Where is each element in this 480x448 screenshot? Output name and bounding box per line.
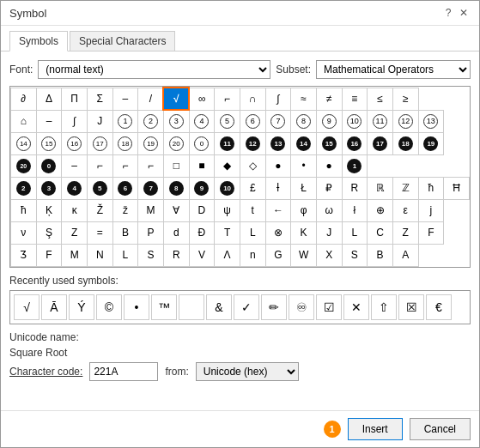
symbol-cell[interactable]: C — [368, 221, 393, 244]
tab-special-characters[interactable]: Special Characters — [70, 31, 175, 51]
symbol-cell[interactable]: φ — [291, 199, 317, 221]
recent-cell[interactable]: ✓ — [234, 294, 259, 320]
symbol-cell[interactable]: ● — [265, 154, 291, 177]
symbol-cell[interactable]: ⌐ — [215, 88, 240, 110]
symbol-cell[interactable]: ≠ — [316, 88, 342, 110]
symbol-cell[interactable]: ⌂ — [11, 110, 37, 132]
symbol-cell[interactable]: 4 — [62, 177, 88, 199]
symbol-cell[interactable]: Ž — [87, 199, 112, 221]
symbol-cell[interactable]: Ş — [36, 221, 62, 244]
symbol-cell[interactable]: L — [342, 221, 368, 244]
symbol-cell[interactable]: R — [342, 177, 368, 199]
symbol-cell[interactable]: ≈ — [291, 88, 317, 110]
symbol-cell[interactable]: T — [215, 221, 240, 244]
symbol-cell[interactable]: 8 — [291, 110, 317, 132]
symbol-cell[interactable]: 16 — [62, 132, 88, 154]
symbol-cell[interactable]: 14 — [11, 132, 37, 154]
symbol-cell[interactable]: Ħ — [444, 177, 470, 199]
symbol-cell[interactable]: ≤ — [368, 88, 393, 110]
recent-cell[interactable]: © — [96, 294, 122, 320]
symbol-cell[interactable]: ε — [392, 199, 418, 221]
close-button[interactable]: ✕ — [457, 6, 471, 20]
symbol-cell[interactable]: 7 — [265, 110, 291, 132]
symbol-cell[interactable]: Λ — [215, 244, 240, 266]
recent-cell[interactable]: Ý — [69, 294, 94, 320]
symbol-cell[interactable]: 6 — [240, 110, 265, 132]
symbol-cell[interactable]: £ — [240, 177, 265, 199]
symbol-cell[interactable]: Z — [62, 221, 88, 244]
symbol-cell[interactable]: – — [62, 154, 88, 177]
symbol-cell[interactable]: 8 — [163, 177, 189, 199]
symbol-cell[interactable]: 12 — [392, 110, 418, 132]
symbol-cell[interactable]: L — [240, 221, 265, 244]
symbol-cell[interactable]: Z — [392, 221, 418, 244]
recent-cell[interactable]: ⇧ — [371, 294, 397, 320]
symbol-cell[interactable]: 9 — [189, 177, 215, 199]
help-button[interactable]: ? — [441, 6, 455, 20]
recent-cell[interactable]: ✕ — [343, 294, 369, 320]
symbol-cell[interactable]: / — [138, 88, 164, 110]
recent-cell[interactable]: € — [426, 294, 452, 320]
symbol-cell[interactable]: – — [36, 110, 62, 132]
cancel-button[interactable]: Cancel — [410, 418, 471, 440]
symbol-cell[interactable]: ⊗ — [265, 221, 291, 244]
symbol-cell[interactable]: A — [392, 244, 418, 266]
symbol-cell[interactable]: 7 — [138, 177, 164, 199]
recent-cell[interactable]: ☑ — [316, 294, 342, 320]
symbol-cell[interactable]: ● — [316, 154, 342, 177]
symbol-cell[interactable]: ∀ — [163, 199, 189, 221]
symbol-cell[interactable]: X — [316, 244, 342, 266]
symbol-cell[interactable]: 0 — [36, 154, 62, 177]
symbol-cell[interactable]: ψ — [215, 199, 240, 221]
symbol-cell[interactable]: □ — [163, 154, 189, 177]
symbol-cell[interactable]: 2 — [11, 177, 37, 199]
symbol-cell[interactable]: 18 — [392, 132, 418, 154]
symbol-cell[interactable]: D — [189, 199, 215, 221]
symbol-cell[interactable]: ž — [112, 199, 138, 221]
char-code-input[interactable] — [89, 362, 158, 381]
symbol-cell[interactable]: ℤ — [392, 177, 418, 199]
symbol-cell[interactable]: 16 — [342, 132, 368, 154]
symbol-cell[interactable]: ⌐ — [112, 154, 138, 177]
symbol-cell[interactable]: 15 — [36, 132, 62, 154]
symbol-cell[interactable]: G — [265, 244, 291, 266]
symbol-cell[interactable]: j — [418, 199, 444, 221]
symbol-cell[interactable]: 19 — [418, 132, 444, 154]
recent-cell[interactable]: ♾ — [289, 294, 314, 320]
symbol-cell[interactable]: • — [291, 154, 317, 177]
symbol-cell[interactable]: Đ — [189, 221, 215, 244]
symbol-cell[interactable]: J — [87, 110, 112, 132]
symbol-cell[interactable]: ◆ — [215, 154, 240, 177]
symbol-cell[interactable]: ω — [316, 199, 342, 221]
symbol-cell[interactable]: 2 — [138, 110, 164, 132]
symbol-cell[interactable]: F — [418, 221, 444, 244]
symbol-cell[interactable]: ≥ — [392, 88, 418, 110]
recent-cell[interactable]: ™ — [151, 294, 177, 320]
symbol-cell[interactable]: 11 — [215, 132, 240, 154]
insert-button[interactable]: Insert — [348, 418, 403, 440]
symbol-cell[interactable]: 18 — [112, 132, 138, 154]
symbol-cell[interactable]: M — [62, 244, 88, 266]
symbol-cell[interactable]: B — [368, 244, 393, 266]
symbol-cell[interactable]: 20 — [11, 154, 37, 177]
from-select[interactable]: Unicode (hex)Unicode (dec)ASCII (dec) — [196, 362, 299, 381]
symbol-cell[interactable]: 4 — [189, 110, 215, 132]
symbol-cell[interactable]: ∞ — [189, 88, 215, 110]
symbol-cell[interactable]: 0 — [189, 132, 215, 154]
symbol-cell[interactable]: ĸ — [62, 199, 88, 221]
symbol-cell[interactable]: 10 — [342, 110, 368, 132]
recent-cell[interactable] — [179, 294, 204, 320]
symbol-cell[interactable]: 1 — [342, 154, 368, 177]
symbol-cell[interactable]: ← — [265, 199, 291, 221]
symbol-cell[interactable]: ħ — [11, 199, 37, 221]
symbol-cell[interactable]: 10 — [215, 177, 240, 199]
symbol-cell[interactable]: 15 — [316, 132, 342, 154]
symbol-cell[interactable]: n — [240, 244, 265, 266]
symbol-cell[interactable]: ħ — [418, 177, 444, 199]
symbol-cell[interactable]: B — [112, 221, 138, 244]
symbol-cell[interactable]: 17 — [87, 132, 112, 154]
symbol-cell[interactable]: K — [291, 221, 317, 244]
symbol-cell[interactable]: 1 — [112, 110, 138, 132]
symbol-cell[interactable]: ∫ — [265, 88, 291, 110]
recent-cell[interactable]: & — [206, 294, 232, 320]
